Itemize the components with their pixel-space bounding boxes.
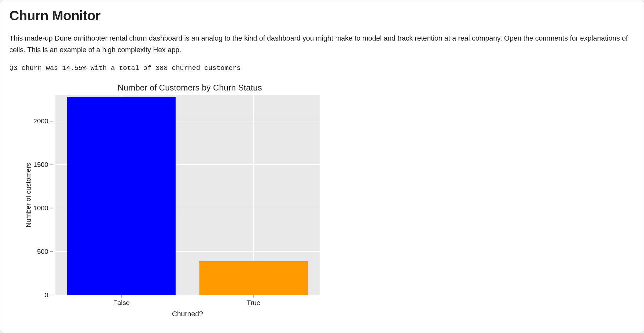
y-tick-label: 1500 <box>33 161 53 168</box>
x-axis-label: Churned? <box>55 310 320 318</box>
y-axis-label: Number of customers <box>24 95 33 295</box>
x-tick-label: True <box>247 295 260 307</box>
y-tick-label: 2000 <box>33 117 53 125</box>
churn-summary-text: Q3 churn was 14.55% with a total of 388 … <box>9 64 635 72</box>
chart-bar <box>67 97 176 295</box>
chart-title: Number of Customers by Churn Status <box>58 83 322 93</box>
chart-plot-area <box>55 95 320 295</box>
churn-bar-chart: Number of Customers by Churn Status Numb… <box>9 81 325 318</box>
y-tick-label: 1000 <box>33 204 53 212</box>
y-tick-label: 500 <box>37 248 53 255</box>
x-tick-label: False <box>113 295 130 307</box>
page-description: This made-up Dune ornithopter rental chu… <box>9 33 634 56</box>
chart-bar <box>199 261 308 295</box>
y-tick-label: 0 <box>44 291 53 299</box>
chart-body: Number of customers 0500100015002000 <box>24 95 325 295</box>
x-axis-ticks: FalseTrue <box>55 295 320 308</box>
page-title: Churn Monitor <box>9 8 635 24</box>
y-axis-ticks: 0500100015002000 <box>33 95 55 295</box>
app-frame: Churn Monitor This made-up Dune ornithop… <box>0 0 644 333</box>
